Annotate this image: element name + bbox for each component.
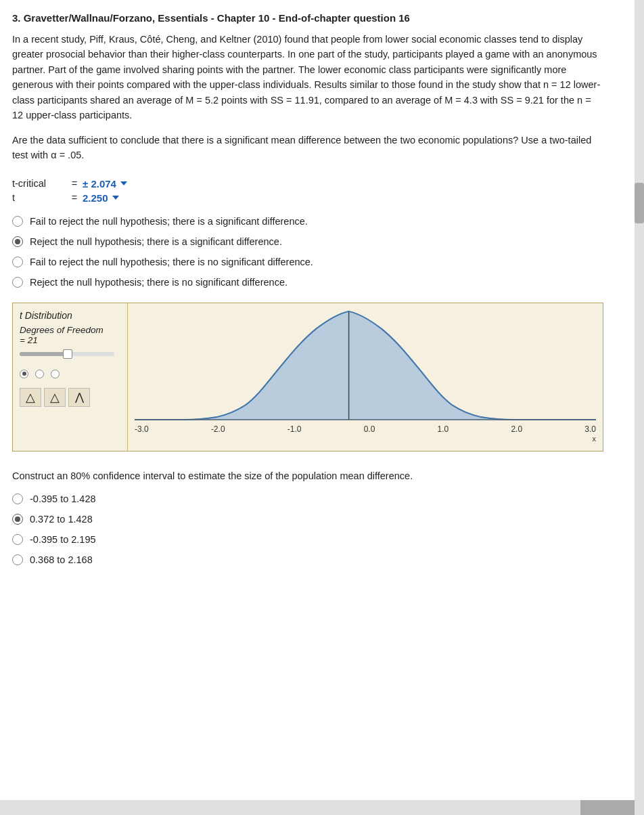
t-value-dropdown-arrow[interactable] [112,196,119,200]
question-body2: Are the data sufficient to conclude that… [12,133,603,163]
radio-2[interactable] [12,236,23,247]
option-4-text: Reject the null hypothesis; there is no … [30,277,288,288]
t-value[interactable]: 2.250 [83,192,119,204]
slider-track[interactable] [20,352,114,356]
t-eq: = [66,192,83,203]
answer-options: Fail to reject the null hypothesis; ther… [12,216,603,288]
shape-btn-1[interactable]: △ [20,388,41,407]
question-title: 3. Gravetter/Wallnau/Forzano, Essentials… [12,12,603,24]
x-axis-letter: x [593,435,597,443]
t-dist-right-panel: -3.0 -2.0 -1.0 0.0 1.0 2.0 3.0 x [128,303,603,451]
ci-option-2[interactable]: 0.372 to 1.428 [12,514,603,525]
question-body1: In a recent study, Piff, Kraus, Côté, Ch… [12,32,603,123]
option-2-text: Reject the null hypothesis; there is a s… [30,236,282,247]
ci-option-2-text: 0.372 to 1.428 [30,514,93,525]
graph-area [135,310,596,428]
t-dist-title: t Distribution [20,310,122,321]
t-critical-eq: = [66,178,83,189]
option-2[interactable]: Reject the null hypothesis; there is a s… [12,236,603,247]
small-radio-2[interactable] [35,370,44,378]
t-critical-value[interactable]: ± 2.074 [83,178,127,190]
slider-thumb[interactable] [63,349,72,359]
ci-option-4-text: 0.368 to 2.168 [30,554,93,565]
small-radio-1[interactable] [20,370,28,378]
shape-btn-2[interactable]: △ [44,388,66,407]
t-critical-label: t-critical [12,178,66,189]
option-3[interactable]: Fail to reject the null hypothesis; ther… [12,257,603,267]
bottom-scrollbar[interactable] [0,800,635,815]
shape-buttons: △ △ ⋀ [20,388,122,407]
ci-prompt: Construct an 80% confidence interval to … [12,470,603,481]
option-1[interactable]: Fail to reject the null hypothesis; ther… [12,216,603,227]
t-distribution-svg [135,310,596,428]
bottom-scrollbar-thumb[interactable] [580,800,635,815]
option-3-text: Fail to reject the null hypothesis; ther… [30,257,313,267]
ci-radio-3[interactable] [12,534,23,545]
t-critical-dropdown-arrow[interactable] [120,181,127,185]
t-dist-left-panel: t Distribution Degrees of Freedom = 21 [13,303,128,451]
ci-option-1-text: -0.395 to 1.428 [30,493,96,504]
slider-fill [20,352,67,356]
t-distribution-box: t Distribution Degrees of Freedom = 21 [12,303,603,451]
small-radio-3[interactable] [51,370,60,378]
t-dist-df-label: Degrees of Freedom = 21 [20,325,122,345]
ci-radio-2[interactable] [12,514,23,525]
t-values-block: t-critical = ± 2.074 t = 2.250 [12,178,603,204]
ci-radio-1[interactable] [12,493,23,504]
radio-dots-row [20,370,122,378]
shape-btn-3[interactable]: ⋀ [68,388,90,407]
ci-option-3[interactable]: -0.395 to 2.195 [12,534,603,545]
ci-radio-4[interactable] [12,554,23,565]
radio-1[interactable] [12,216,23,227]
radio-3[interactable] [12,257,23,267]
scrollbar-thumb[interactable] [635,183,644,223]
slider-container[interactable] [20,352,122,359]
option-4[interactable]: Reject the null hypothesis; there is no … [12,277,603,288]
ci-option-3-text: -0.395 to 2.195 [30,534,96,545]
ci-option-4[interactable]: 0.368 to 2.168 [12,554,603,565]
t-label: t [12,192,66,203]
ci-options: -0.395 to 1.428 0.372 to 1.428 -0.395 to… [12,493,603,565]
radio-4[interactable] [12,277,23,288]
scrollbar[interactable] [635,0,644,815]
option-1-text: Fail to reject the null hypothesis; ther… [30,216,308,227]
ci-option-1[interactable]: -0.395 to 1.428 [12,493,603,504]
